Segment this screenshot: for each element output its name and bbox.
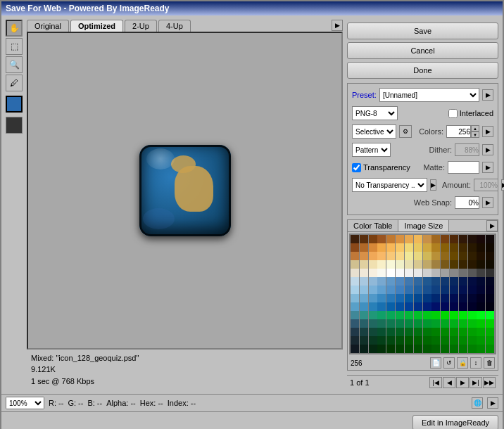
color-cell[interactable]: [405, 235, 413, 243]
color-cell[interactable]: [360, 260, 368, 269]
bottom-expand-icon[interactable]: ▶: [487, 397, 498, 409]
color-cell[interactable]: [459, 302, 467, 311]
color-cell[interactable]: [377, 336, 386, 345]
cancel-button[interactable]: Cancel: [347, 42, 498, 59]
colors-input[interactable]: [446, 125, 471, 138]
color-cell[interactable]: [468, 252, 477, 260]
no-transparency-expand[interactable]: ▶: [430, 179, 436, 191]
color-cell[interactable]: [477, 269, 485, 277]
color-cell[interactable]: [441, 328, 449, 336]
color-cell[interactable]: [414, 260, 422, 269]
color-cell[interactable]: [369, 243, 377, 252]
color-cell[interactable]: [468, 319, 477, 328]
color-cell[interactable]: [431, 294, 440, 302]
color-cell[interactable]: [486, 243, 494, 252]
color-cell[interactable]: [468, 345, 477, 353]
color-cell[interactable]: [468, 294, 477, 302]
color-cell[interactable]: [360, 345, 368, 353]
color-cell[interactable]: [441, 294, 449, 302]
nav-last[interactable]: ▶▶: [483, 377, 496, 388]
color-cell[interactable]: [377, 243, 386, 252]
color-cell[interactable]: [423, 260, 431, 269]
color-cell[interactable]: [396, 328, 404, 336]
color-cell[interactable]: [441, 252, 449, 260]
color-cell[interactable]: [386, 302, 395, 311]
tab-2up[interactable]: 2-Up: [125, 20, 157, 32]
color-cell[interactable]: [486, 345, 494, 353]
color-cell[interactable]: [459, 294, 467, 302]
color-cell[interactable]: [423, 269, 431, 277]
color-cell[interactable]: [405, 302, 413, 311]
color-cell[interactable]: [441, 260, 449, 269]
lock-color-icon[interactable]: 🔒: [457, 357, 468, 369]
color-cell[interactable]: [377, 286, 386, 294]
color-cell[interactable]: [396, 269, 404, 277]
color-cell[interactable]: [477, 302, 485, 311]
color-cell[interactable]: [360, 294, 368, 302]
color-cell[interactable]: [377, 294, 386, 302]
color-cell[interactable]: [431, 243, 440, 252]
color-cell[interactable]: [377, 277, 386, 286]
color-cell[interactable]: [477, 252, 485, 260]
color-cell[interactable]: [369, 294, 377, 302]
color-cell[interactable]: [369, 328, 377, 336]
color-swatch[interactable]: [6, 96, 23, 113]
color-cell[interactable]: [441, 311, 449, 319]
color-cell[interactable]: [423, 277, 431, 286]
color-cell[interactable]: [423, 286, 431, 294]
color-cell[interactable]: [423, 235, 431, 243]
dither-select[interactable]: Pattern: [352, 143, 391, 157]
preset-select[interactable]: [Unnamed]: [379, 88, 479, 102]
color-table-expand-icon[interactable]: ▶: [486, 220, 498, 231]
color-cell[interactable]: [405, 328, 413, 336]
color-cell[interactable]: [386, 311, 395, 319]
color-cell[interactable]: [423, 243, 431, 252]
tab-4up[interactable]: 4-Up: [158, 20, 191, 32]
color-cell[interactable]: [468, 277, 477, 286]
color-cell[interactable]: [369, 319, 377, 328]
color-cell[interactable]: [414, 252, 422, 260]
color-reduction-settings-icon[interactable]: ⚙: [399, 125, 412, 138]
color-cell[interactable]: [459, 336, 467, 345]
color-cell[interactable]: [405, 252, 413, 260]
color-cell[interactable]: [459, 286, 467, 294]
color-cell[interactable]: [351, 286, 359, 294]
color-cell[interactable]: [396, 294, 404, 302]
color-cell[interactable]: [360, 286, 368, 294]
zoom-select[interactable]: 100%: [6, 397, 44, 409]
color-cell[interactable]: [414, 336, 422, 345]
color-cell[interactable]: [468, 302, 477, 311]
color-cell[interactable]: [459, 252, 467, 260]
color-cell[interactable]: [423, 336, 431, 345]
color-cell[interactable]: [369, 252, 377, 260]
color-cell[interactable]: [386, 328, 395, 336]
color-cell[interactable]: [351, 243, 359, 252]
color-cell[interactable]: [441, 243, 449, 252]
colors-down[interactable]: ▼: [471, 132, 479, 138]
color-cell[interactable]: [423, 302, 431, 311]
nav-next[interactable]: ▶|: [470, 377, 482, 388]
color-cell[interactable]: [377, 235, 386, 243]
color-cell[interactable]: [450, 319, 458, 328]
color-cell[interactable]: [386, 235, 395, 243]
color-cell[interactable]: [351, 336, 359, 345]
color-cell[interactable]: [477, 328, 485, 336]
format-select[interactable]: PNG-8: [352, 106, 398, 120]
color-cell[interactable]: [386, 252, 395, 260]
color-cell[interactable]: [360, 319, 368, 328]
color-cell[interactable]: [486, 277, 494, 286]
color-cell[interactable]: [396, 302, 404, 311]
color-cell[interactable]: [441, 235, 449, 243]
color-cell[interactable]: [351, 294, 359, 302]
color-cell[interactable]: [360, 252, 368, 260]
color-cell[interactable]: [423, 311, 431, 319]
color-cell[interactable]: [486, 286, 494, 294]
color-cell[interactable]: [386, 269, 395, 277]
no-transparency-select[interactable]: No Transparency ..: [352, 178, 427, 192]
color-cell[interactable]: [414, 345, 422, 353]
color-cell[interactable]: [468, 269, 477, 277]
tab-image-size[interactable]: Image Size: [398, 220, 449, 231]
color-cell[interactable]: [450, 328, 458, 336]
color-cell[interactable]: [450, 336, 458, 345]
color-cell[interactable]: [396, 336, 404, 345]
